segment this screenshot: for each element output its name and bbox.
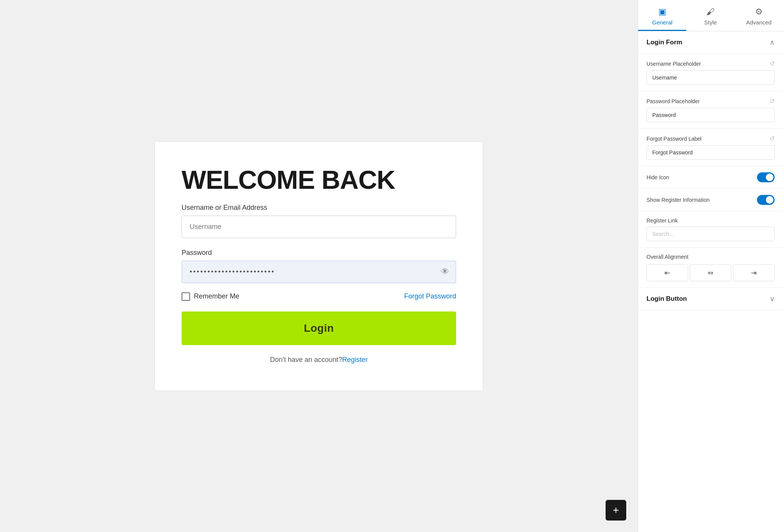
forgot-password-label-row: Forgot Password Label ↺ [647, 135, 775, 142]
forgot-password-input[interactable] [647, 145, 775, 160]
register-link-input[interactable] [647, 227, 775, 241]
tab-style-label: Style [704, 19, 717, 26]
tab-advanced[interactable]: ⚙ Advanced [735, 0, 783, 31]
username-placeholder-label-row: Username Placeholder ↺ [647, 60, 775, 67]
register-row: Don't have an account?Register [182, 356, 456, 364]
add-content-button[interactable]: + [606, 500, 626, 521]
register-text: Don't have an account? [270, 356, 342, 363]
tab-general-label: General [652, 19, 672, 26]
forgot-password-label: Forgot Password Label [647, 136, 702, 142]
login-form-section-header: Login Form ∧ [638, 31, 783, 54]
style-icon: 🖌 [706, 7, 715, 17]
remember-me-checkbox[interactable] [182, 292, 190, 301]
tab-advanced-label: Advanced [746, 19, 772, 26]
username-field-label: Username or Email Address [182, 204, 456, 212]
panel-content: Login Form ∧ Username Placeholder ↺ Pass… [638, 31, 783, 532]
eye-icon[interactable]: 👁 [441, 267, 449, 277]
advanced-icon: ⚙ [755, 7, 763, 17]
password-placeholder-reset-icon[interactable]: ↺ [770, 97, 775, 105]
align-right-button[interactable]: ⇥ [733, 264, 775, 281]
password-placeholder-input[interactable] [647, 108, 775, 122]
align-left-button[interactable]: ⇤ [647, 264, 688, 281]
general-icon: ▣ [658, 7, 666, 17]
show-register-toggle-row: Show Register Information [638, 189, 783, 211]
forgot-password-reset-icon[interactable]: ↺ [770, 135, 775, 142]
login-form-section-title: Login Form [647, 39, 682, 46]
username-input[interactable] [182, 216, 456, 238]
right-panel: ▣ General 🖌 Style ⚙ Advanced Login Form … [638, 0, 783, 532]
password-input[interactable] [182, 261, 456, 283]
alignment-label: Overall Alignment [647, 254, 775, 260]
align-center-button[interactable]: ⇔ [690, 264, 731, 281]
remember-me-label: Remember Me [194, 292, 239, 300]
password-field-wrapper: 👁 [182, 261, 456, 283]
username-placeholder-input[interactable] [647, 70, 775, 85]
overall-alignment-section: Overall Alignment ⇤ ⇔ ⇥ [638, 248, 783, 288]
login-button-section[interactable]: Login Button ∨ [638, 288, 783, 310]
login-button-section-title: Login Button [647, 295, 687, 303]
tab-general[interactable]: ▣ General [638, 0, 686, 31]
register-link-label: Register Link [647, 217, 678, 224]
login-button-chevron-down-icon: ∨ [770, 295, 775, 303]
password-field-label: Password [182, 249, 456, 257]
register-link[interactable]: Register [342, 356, 368, 363]
username-placeholder-field-row: Username Placeholder ↺ [638, 54, 783, 91]
collapse-icon[interactable]: ∧ [770, 38, 775, 47]
username-placeholder-label: Username Placeholder [647, 61, 701, 67]
username-placeholder-reset-icon[interactable]: ↺ [770, 60, 775, 67]
remember-forgot-row: Remember Me Forgot Password [182, 292, 456, 301]
forgot-password-link[interactable]: Forgot Password [404, 292, 456, 300]
password-placeholder-label-row: Password Placeholder ↺ [647, 97, 775, 105]
hide-icon-label: Hide Icon [647, 174, 669, 180]
remember-me-group: Remember Me [182, 292, 239, 301]
login-button[interactable]: Login [182, 311, 456, 345]
show-register-toggle[interactable] [757, 195, 775, 205]
welcome-title: WELCOME BACK [182, 165, 456, 195]
alignment-buttons: ⇤ ⇔ ⇥ [647, 264, 775, 281]
password-placeholder-label: Password Placeholder [647, 98, 700, 104]
login-widget: WELCOME BACK Username or Email Address P… [154, 141, 483, 391]
register-link-field-row: Register Link [638, 211, 783, 248]
password-placeholder-field-row: Password Placeholder ↺ [638, 91, 783, 129]
panel-tabs: ▣ General 🖌 Style ⚙ Advanced [638, 0, 783, 31]
tab-style[interactable]: 🖌 Style [686, 0, 734, 31]
show-register-label: Show Register Information [647, 197, 710, 203]
hide-icon-toggle-row: Hide Icon [638, 166, 783, 189]
forgot-password-field-row: Forgot Password Label ↺ [638, 129, 783, 166]
canvas-area: WELCOME BACK Username or Email Address P… [0, 0, 638, 532]
hide-icon-toggle[interactable] [757, 172, 775, 182]
register-link-label-row: Register Link [647, 217, 775, 224]
